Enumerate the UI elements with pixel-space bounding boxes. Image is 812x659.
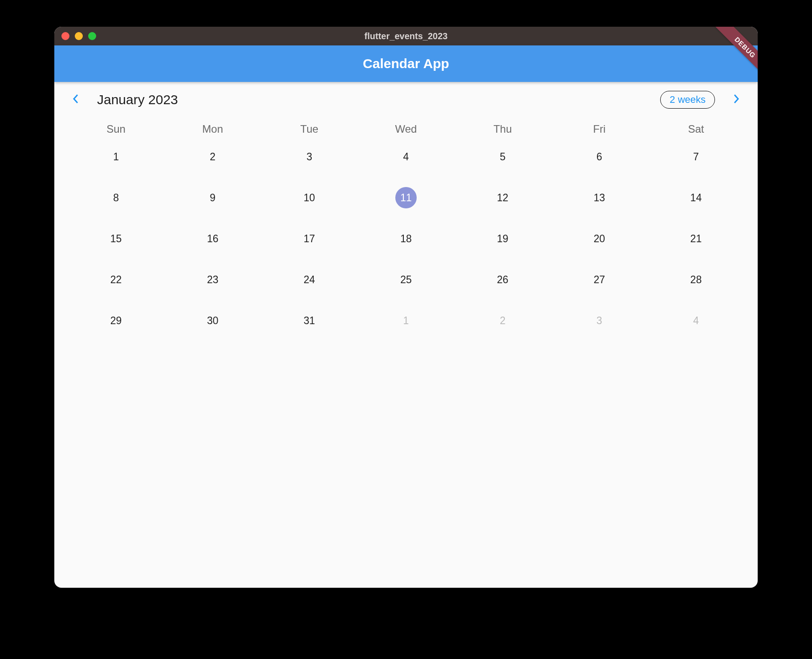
window-title: flutter_events_2023 bbox=[54, 31, 758, 41]
calendar-day-cell[interactable]: 9 bbox=[164, 182, 261, 223]
calendar-day-number: 27 bbox=[589, 269, 610, 290]
day-of-week-label: Sat bbox=[648, 118, 744, 141]
calendar-day-number: 17 bbox=[299, 228, 320, 249]
close-icon[interactable] bbox=[61, 32, 69, 40]
next-month-button[interactable] bbox=[728, 92, 744, 108]
calendar-day-number: 9 bbox=[202, 187, 223, 208]
calendar-week-row: 15161718192021 bbox=[68, 223, 744, 264]
calendar-day-number: 1 bbox=[106, 146, 127, 167]
calendar-day-cell[interactable]: 2 bbox=[455, 305, 551, 346]
calendar-day-cell[interactable]: 31 bbox=[261, 305, 357, 346]
calendar-day-number: 5 bbox=[492, 146, 513, 167]
calendar-day-cell[interactable]: 3 bbox=[261, 141, 357, 182]
calendar-day-cell[interactable]: 1 bbox=[357, 305, 454, 346]
calendar-day-cell[interactable]: 6 bbox=[551, 141, 648, 182]
calendar-day-cell[interactable]: 8 bbox=[68, 182, 164, 223]
calendar-day-cell[interactable]: 14 bbox=[648, 182, 744, 223]
window-titlebar[interactable]: flutter_events_2023 bbox=[54, 27, 758, 45]
chevron-left-icon bbox=[72, 94, 79, 106]
calendar-day-cell[interactable]: 23 bbox=[164, 264, 261, 305]
minimize-icon[interactable] bbox=[75, 32, 83, 40]
calendar-day-cell[interactable]: 2 bbox=[164, 141, 261, 182]
calendar-day-number: 8 bbox=[106, 187, 127, 208]
calendar-day-cell[interactable]: 15 bbox=[68, 223, 164, 264]
calendar-day-number: 23 bbox=[202, 269, 223, 290]
calendar-day-number: 13 bbox=[589, 187, 610, 208]
calendar-day-number: 14 bbox=[685, 187, 706, 208]
traffic-lights bbox=[61, 32, 96, 40]
calendar-day-number: 4 bbox=[395, 146, 417, 167]
calendar-day-number: 15 bbox=[106, 228, 127, 249]
calendar-day-cell[interactable]: 26 bbox=[455, 264, 551, 305]
app-window: flutter_events_2023 Calendar App DEBUG J… bbox=[54, 27, 758, 588]
calendar-day-number: 18 bbox=[395, 228, 417, 249]
calendar-day-cell[interactable]: 30 bbox=[164, 305, 261, 346]
calendar-day-cell[interactable]: 20 bbox=[551, 223, 648, 264]
calendar-day-number: 29 bbox=[106, 310, 127, 331]
calendar-week-row: 22232425262728 bbox=[68, 264, 744, 305]
calendar-day-cell[interactable]: 13 bbox=[551, 182, 648, 223]
calendar-day-cell[interactable]: 29 bbox=[68, 305, 164, 346]
days-of-week-row: SunMonTueWedThuFriSat bbox=[68, 118, 744, 141]
calendar-day-cell[interactable]: 18 bbox=[357, 223, 454, 264]
calendar-week-row: 1234567 bbox=[68, 141, 744, 182]
calendar-day-number: 10 bbox=[299, 187, 320, 208]
calendar-day-cell[interactable]: 19 bbox=[455, 223, 551, 264]
calendar-day-cell[interactable]: 16 bbox=[164, 223, 261, 264]
month-title: January 2023 bbox=[97, 92, 178, 107]
app-title: Calendar App bbox=[363, 56, 449, 71]
calendar-day-cell[interactable]: 7 bbox=[648, 141, 744, 182]
calendar-day-cell[interactable]: 1 bbox=[68, 141, 164, 182]
calendar-day-number: 16 bbox=[202, 228, 223, 249]
day-of-week-label: Mon bbox=[164, 118, 261, 141]
calendar-day-number: 2 bbox=[492, 310, 513, 331]
calendar-day-number: 20 bbox=[589, 228, 610, 249]
calendar-day-cell[interactable]: 17 bbox=[261, 223, 357, 264]
calendar-day-cell[interactable]: 4 bbox=[357, 141, 454, 182]
calendar-day-number: 2 bbox=[202, 146, 223, 167]
calendar-day-cell[interactable]: 10 bbox=[261, 182, 357, 223]
calendar-day-number: 4 bbox=[685, 310, 706, 331]
day-of-week-label: Tue bbox=[261, 118, 357, 141]
previous-month-button[interactable] bbox=[68, 92, 84, 108]
calendar-day-cell[interactable]: 5 bbox=[455, 141, 551, 182]
calendar-day-number: 26 bbox=[492, 269, 513, 290]
calendar-day-number: 3 bbox=[589, 310, 610, 331]
calendar-day-cell[interactable]: 27 bbox=[551, 264, 648, 305]
calendar-day-number: 25 bbox=[395, 269, 417, 290]
day-of-week-label: Sun bbox=[68, 118, 164, 141]
calendar-day-number: 3 bbox=[299, 146, 320, 167]
calendar-day-number: 12 bbox=[492, 187, 513, 208]
app-bar: Calendar App DEBUG bbox=[54, 45, 758, 82]
calendar-day-number: 28 bbox=[685, 269, 706, 290]
calendar-week-row: 891011121314 bbox=[68, 182, 744, 223]
calendar-day-cell[interactable]: 21 bbox=[648, 223, 744, 264]
calendar-day-cell[interactable]: 4 bbox=[648, 305, 744, 346]
calendar-grid: SunMonTueWedThuFriSat 123456789101112131… bbox=[54, 113, 758, 350]
calendar-day-number: 11 bbox=[395, 187, 417, 208]
calendar-day-cell[interactable]: 3 bbox=[551, 305, 648, 346]
view-mode-button[interactable]: 2 weeks bbox=[660, 91, 715, 109]
calendar-day-number: 7 bbox=[685, 146, 706, 167]
day-of-week-label: Wed bbox=[357, 118, 454, 141]
calendar-day-cell[interactable]: 11 bbox=[357, 182, 454, 223]
calendar-day-cell[interactable]: 25 bbox=[357, 264, 454, 305]
calendar-day-cell[interactable]: 28 bbox=[648, 264, 744, 305]
calendar-day-number: 1 bbox=[395, 310, 417, 331]
calendar-day-cell[interactable]: 22 bbox=[68, 264, 164, 305]
calendar-day-number: 19 bbox=[492, 228, 513, 249]
calendar-day-number: 24 bbox=[299, 269, 320, 290]
calendar-header: January 2023 2 weeks bbox=[54, 82, 758, 113]
chevron-right-icon bbox=[733, 94, 740, 106]
day-of-week-label: Thu bbox=[455, 118, 551, 141]
maximize-icon[interactable] bbox=[88, 32, 96, 40]
calendar-day-number: 22 bbox=[106, 269, 127, 290]
calendar-day-cell[interactable]: 12 bbox=[455, 182, 551, 223]
calendar-day-number: 31 bbox=[299, 310, 320, 331]
calendar-day-number: 21 bbox=[685, 228, 706, 249]
calendar-week-row: 2930311234 bbox=[68, 305, 744, 346]
calendar-day-number: 6 bbox=[589, 146, 610, 167]
day-of-week-label: Fri bbox=[551, 118, 648, 141]
calendar-day-cell[interactable]: 24 bbox=[261, 264, 357, 305]
calendar-day-number: 30 bbox=[202, 310, 223, 331]
